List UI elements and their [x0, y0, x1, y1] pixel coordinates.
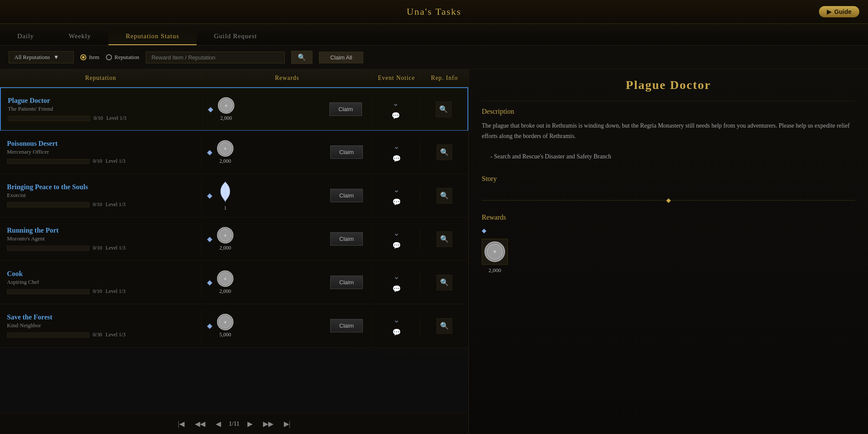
- reputation-section: Bringing Peace to the Souls Exorcist 0/1…: [7, 183, 194, 208]
- guide-play-icon: ▶: [827, 8, 832, 15]
- item-name[interactable]: Running the Port: [7, 227, 194, 234]
- claim-button-cook[interactable]: Claim: [330, 276, 363, 289]
- progress-container: 0/10 Level 1/3: [7, 158, 194, 164]
- reward-coin: + 2,000: [217, 227, 234, 251]
- search-info-button[interactable]: 🔍: [437, 188, 452, 204]
- reputation-section: Save the Forest Kind Neighbor 0/30 Level…: [7, 313, 194, 338]
- list-item[interactable]: Running the Port Moronto's Agent 0/10 Le…: [0, 217, 468, 261]
- level-text: Level 1/3: [105, 158, 125, 164]
- item-name[interactable]: Cook: [7, 270, 194, 278]
- pagination: |◀ ◀◀ ◀ 1/11 ▶ ▶▶ ▶|: [0, 413, 468, 434]
- last-page-button[interactable]: ▶|: [281, 419, 293, 429]
- reward-diamond-icon: ◆: [207, 322, 212, 330]
- level-text: Level 1/3: [106, 115, 126, 122]
- tab-weekly[interactable]: Weekly: [51, 28, 108, 45]
- next-many-button[interactable]: ▶▶: [260, 419, 276, 429]
- claim-button-poisonous-desert[interactable]: Claim: [330, 145, 363, 159]
- tab-guild-request[interactable]: Guild Request: [197, 28, 274, 45]
- item-rewards-poisonous-desert: ◆ + 2,000 Claim: [202, 136, 373, 168]
- search-info-button[interactable]: 🔍: [437, 318, 452, 334]
- reward-coin: + 2,000: [217, 140, 234, 164]
- progress-bar-bg: [7, 159, 89, 164]
- progress-text: 0/10: [93, 288, 102, 295]
- item-event-save-forest: ⌄ 💬: [373, 315, 421, 336]
- level-text: Level 1/3: [105, 245, 125, 251]
- description-title: Description: [482, 108, 855, 115]
- progress-container: 0/30 Level 1/3: [7, 332, 194, 338]
- search-button[interactable]: 🔍: [291, 51, 312, 64]
- search-info-button[interactable]: 🔍: [437, 145, 452, 160]
- guide-button[interactable]: ▶ Guide: [819, 6, 859, 17]
- svg-text:+: +: [224, 102, 228, 109]
- reward-amount: 1: [224, 205, 227, 211]
- item-repinfo-plague-doctor: 🔍: [420, 102, 467, 117]
- rewards-section-title: Rewards: [482, 214, 855, 221]
- claim-all-button[interactable]: Claim All: [319, 52, 364, 63]
- item-event-poisonous-desert: ⌄ 💬: [373, 141, 421, 163]
- next-button[interactable]: ▶: [245, 419, 255, 429]
- item-name[interactable]: Plague Doctor: [8, 97, 195, 105]
- detail-reward-amount: 2,000: [488, 267, 501, 274]
- item-name[interactable]: Poisonous Desert: [7, 140, 194, 148]
- prev-button[interactable]: ◀: [213, 419, 224, 429]
- progress-text: 0/10: [93, 201, 102, 208]
- progress-text: 0/10: [94, 115, 103, 122]
- progress-bar-bg: [7, 289, 89, 294]
- tab-daily[interactable]: Daily: [0, 28, 51, 45]
- item-name[interactable]: Bringing Peace to the Souls: [7, 183, 194, 191]
- progress-container: 0/10 Level 1/3: [7, 288, 194, 295]
- item-name[interactable]: Save the Forest: [7, 313, 194, 321]
- item-event-plague-doctor: ⌄ 💬: [372, 99, 420, 120]
- prev-many-button[interactable]: ◀◀: [192, 419, 208, 429]
- list-item[interactable]: Save the Forest Kind Neighbor 0/30 Level…: [0, 304, 468, 348]
- chevron-down-icon: ⌄: [392, 99, 399, 108]
- item-subtitle: The Patients' Friend: [8, 105, 195, 112]
- item-repinfo-cook: 🔍: [421, 275, 468, 290]
- claim-button-bringing-peace[interactable]: Claim: [330, 189, 363, 202]
- description-attribution: - Search and Rescue's Disaster and Safet…: [482, 153, 611, 160]
- search-info-button[interactable]: 🔍: [437, 275, 452, 290]
- tab-reputation-status[interactable]: Reputation Status: [108, 28, 197, 45]
- list-item[interactable]: Poisonous Desert Mercenary Officer 0/10 …: [0, 131, 468, 174]
- claim-button-running-port[interactable]: Claim: [330, 232, 363, 246]
- search-info-button[interactable]: 🔍: [437, 231, 452, 247]
- progress-container: 0/10 Level 1/3: [8, 115, 195, 122]
- item-subtitle: Moronto's Agent: [7, 235, 194, 242]
- main-container: Una's Tasks ▶ Guide Daily Weekly Reputat…: [0, 0, 868, 434]
- radio-reputation-circle: [106, 54, 112, 60]
- list-item[interactable]: Cook Aspiring Chef 0/10 Level 1/3: [0, 261, 468, 304]
- svg-text:+: +: [493, 247, 497, 256]
- item-repinfo-running-port: 🔍: [421, 231, 468, 247]
- item-rewards-save-forest: ◆ + 5,000 Claim: [202, 310, 373, 342]
- list-item[interactable]: Plague Doctor The Patients' Friend 0/10 …: [0, 87, 468, 131]
- svg-text:+: +: [224, 276, 227, 282]
- reward-amount: 2,000: [220, 115, 232, 122]
- radio-reputation[interactable]: Reputation: [106, 54, 139, 61]
- progress-text: 0/30: [93, 332, 102, 338]
- filter-bar: All Reputations ▼ Item Reputation 🔍 Clai…: [0, 46, 868, 69]
- progress-text: 0/10: [93, 158, 102, 164]
- list-item[interactable]: Bringing Peace to the Souls Exorcist 0/1…: [0, 174, 468, 217]
- claim-button-save-forest[interactable]: Claim: [330, 319, 363, 332]
- rewards-diamond-icon: ◆: [482, 227, 487, 234]
- radio-item-label: Item: [89, 54, 99, 61]
- top-diamond-icon: ◆: [207, 148, 212, 156]
- search-info-button[interactable]: 🔍: [436, 102, 451, 117]
- reward-diamond-icon: ◆: [207, 148, 212, 156]
- progress-container: 0/10 Level 1/3: [7, 201, 194, 208]
- claim-button-plague-doctor[interactable]: Claim: [329, 102, 362, 116]
- speech-bubble-icon: 💬: [392, 285, 401, 293]
- item-rewards-plague-doctor: ◆ + 2,000 Claim: [203, 93, 372, 125]
- chevron-down-icon: ▼: [53, 54, 59, 61]
- reward-diamond-icon: ◆: [208, 105, 213, 113]
- item-reputation-running-port: Running the Port Moronto's Agent 0/10 Le…: [0, 221, 202, 256]
- item-repinfo-save-forest: 🔍: [421, 318, 468, 334]
- reputation-section: Poisonous Desert Mercenary Officer 0/10 …: [7, 140, 194, 164]
- search-input[interactable]: [146, 52, 285, 63]
- item-reputation-save-forest: Save the Forest Kind Neighbor 0/30 Level…: [0, 308, 202, 343]
- reputation-filter-dropdown[interactable]: All Reputations ▼: [9, 51, 74, 63]
- radio-item[interactable]: Item: [80, 54, 99, 61]
- reputation-section: Cook Aspiring Chef 0/10 Level 1/3: [7, 270, 194, 295]
- progress-bar-bg: [8, 116, 90, 121]
- first-page-button[interactable]: |◀: [175, 419, 187, 429]
